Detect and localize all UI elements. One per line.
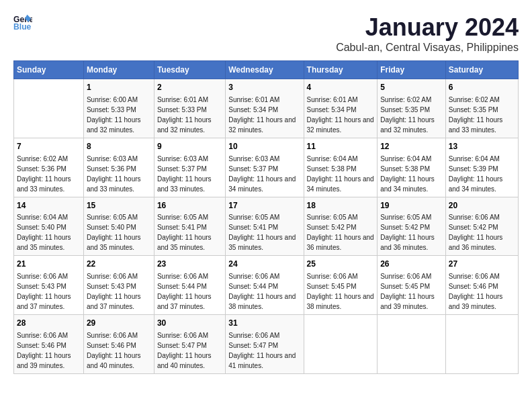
- sunset-time: Sunset: 5:42 PM: [307, 222, 375, 232]
- header-sunday: Sunday: [14, 61, 84, 79]
- day-number: 4: [307, 82, 375, 93]
- day-info: Sunrise: 6:06 AMSunset: 5:47 PMDaylight:…: [157, 330, 222, 371]
- sunset-time: Sunset: 5:36 PM: [87, 164, 151, 174]
- calendar-day-cell: 18Sunrise: 6:05 AMSunset: 5:42 PMDayligh…: [304, 197, 378, 256]
- calendar-day-cell: 28Sunrise: 6:06 AMSunset: 5:46 PMDayligh…: [14, 315, 84, 374]
- daylight-hours: Daylight: 11 hours and 32 minutes.: [228, 115, 300, 135]
- day-info: Sunrise: 6:02 AMSunset: 5:35 PMDaylight:…: [449, 95, 515, 135]
- daylight-hours: Daylight: 11 hours and 35 minutes.: [17, 232, 81, 253]
- day-number: 7: [17, 141, 81, 152]
- day-info: Sunrise: 6:03 AMSunset: 5:37 PMDaylight:…: [228, 154, 300, 194]
- sunrise-time: Sunrise: 6:06 AM: [228, 271, 300, 281]
- daylight-hours: Daylight: 11 hours and 39 minutes.: [449, 291, 515, 312]
- calendar-day-cell: 23Sunrise: 6:06 AMSunset: 5:44 PMDayligh…: [154, 256, 225, 315]
- logo: General Blue: [13, 13, 32, 32]
- calendar-day-cell: 20Sunrise: 6:06 AMSunset: 5:42 PMDayligh…: [445, 197, 518, 256]
- svg-text:Blue: Blue: [13, 22, 32, 32]
- header-tuesday: Tuesday: [154, 61, 225, 79]
- day-number: 22: [87, 259, 151, 270]
- header-thursday: Thursday: [304, 61, 378, 79]
- calendar-day-cell: 6Sunrise: 6:02 AMSunset: 5:35 PMDaylight…: [445, 79, 518, 138]
- day-info: Sunrise: 6:01 AMSunset: 5:34 PMDaylight:…: [307, 95, 375, 135]
- day-number: 25: [307, 259, 375, 270]
- sunset-time: Sunset: 5:35 PM: [449, 105, 515, 115]
- day-number: 24: [228, 259, 300, 270]
- sunrise-time: Sunrise: 6:03 AM: [157, 154, 222, 164]
- calendar-day-cell: 22Sunrise: 6:06 AMSunset: 5:43 PMDayligh…: [83, 256, 154, 315]
- calendar-day-cell: 12Sunrise: 6:04 AMSunset: 5:38 PMDayligh…: [378, 138, 446, 197]
- sunset-time: Sunset: 5:35 PM: [380, 105, 443, 115]
- day-info: Sunrise: 6:06 AMSunset: 5:46 PMDaylight:…: [17, 330, 81, 371]
- calendar-day-cell: 17Sunrise: 6:05 AMSunset: 5:41 PMDayligh…: [226, 197, 304, 256]
- calendar-day-cell: 1Sunrise: 6:00 AMSunset: 5:33 PMDaylight…: [83, 79, 154, 138]
- sunset-time: Sunset: 5:47 PM: [228, 340, 300, 351]
- day-info: Sunrise: 6:01 AMSunset: 5:33 PMDaylight:…: [157, 95, 222, 135]
- daylight-hours: Daylight: 11 hours and 38 minutes.: [307, 291, 375, 312]
- days-header-row: SundayMondayTuesdayWednesdayThursdayFrid…: [14, 61, 519, 79]
- day-number: 28: [17, 318, 81, 329]
- calendar-day-cell: 14Sunrise: 6:04 AMSunset: 5:40 PMDayligh…: [14, 197, 84, 256]
- calendar-day-cell: 7Sunrise: 6:02 AMSunset: 5:36 PMDaylight…: [14, 138, 84, 197]
- daylight-hours: Daylight: 11 hours and 32 minutes.: [87, 115, 151, 135]
- day-info: Sunrise: 6:00 AMSunset: 5:33 PMDaylight:…: [87, 95, 151, 135]
- sunset-time: Sunset: 5:43 PM: [17, 281, 81, 291]
- day-number: 23: [157, 259, 222, 270]
- calendar-day-cell: 3Sunrise: 6:01 AMSunset: 5:34 PMDaylight…: [226, 79, 304, 138]
- logo-icon: General Blue: [13, 13, 32, 32]
- day-info: Sunrise: 6:06 AMSunset: 5:44 PMDaylight:…: [157, 271, 222, 312]
- header-monday: Monday: [83, 61, 154, 79]
- sunset-time: Sunset: 5:34 PM: [228, 105, 300, 115]
- sunset-time: Sunset: 5:37 PM: [228, 164, 300, 174]
- calendar-day-cell: 13Sunrise: 6:04 AMSunset: 5:39 PMDayligh…: [445, 138, 518, 197]
- calendar-week-row: 14Sunrise: 6:04 AMSunset: 5:40 PMDayligh…: [14, 197, 519, 256]
- calendar-day-cell: [14, 79, 84, 138]
- sunrise-time: Sunrise: 6:03 AM: [87, 154, 151, 164]
- sunrise-time: Sunrise: 6:04 AM: [380, 154, 443, 164]
- daylight-hours: Daylight: 11 hours and 36 minutes.: [449, 232, 515, 253]
- daylight-hours: Daylight: 11 hours and 36 minutes.: [307, 232, 375, 253]
- day-info: Sunrise: 6:02 AMSunset: 5:35 PMDaylight:…: [380, 95, 443, 135]
- sunrise-time: Sunrise: 6:06 AM: [157, 330, 222, 340]
- sunrise-time: Sunrise: 6:01 AM: [228, 95, 300, 105]
- sunrise-time: Sunrise: 6:02 AM: [380, 95, 443, 105]
- day-number: 20: [449, 200, 515, 212]
- sunset-time: Sunset: 5:46 PM: [17, 340, 81, 351]
- calendar-day-cell: 11Sunrise: 6:04 AMSunset: 5:38 PMDayligh…: [304, 138, 378, 197]
- daylight-hours: Daylight: 11 hours and 38 minutes.: [228, 291, 300, 312]
- sunrise-time: Sunrise: 6:05 AM: [307, 212, 375, 222]
- calendar-day-cell: 8Sunrise: 6:03 AMSunset: 5:36 PMDaylight…: [83, 138, 154, 197]
- title-area: January 2024 Cabul-an, Central Visayas, …: [336, 13, 519, 54]
- day-number: 15: [87, 200, 151, 212]
- sunrise-time: Sunrise: 6:00 AM: [87, 95, 151, 105]
- daylight-hours: Daylight: 11 hours and 34 minutes.: [307, 174, 375, 194]
- sunset-time: Sunset: 5:41 PM: [228, 222, 300, 232]
- daylight-hours: Daylight: 11 hours and 39 minutes.: [17, 351, 81, 371]
- sunrise-time: Sunrise: 6:06 AM: [449, 212, 515, 222]
- day-info: Sunrise: 6:05 AMSunset: 5:42 PMDaylight:…: [307, 212, 375, 253]
- calendar-day-cell: [378, 315, 446, 374]
- day-info: Sunrise: 6:05 AMSunset: 5:41 PMDaylight:…: [228, 212, 300, 253]
- sunrise-time: Sunrise: 6:01 AM: [157, 95, 222, 105]
- day-number: 1: [87, 82, 151, 93]
- day-info: Sunrise: 6:06 AMSunset: 5:43 PMDaylight:…: [87, 271, 151, 312]
- day-info: Sunrise: 6:06 AMSunset: 5:45 PMDaylight:…: [380, 271, 443, 312]
- day-number: 26: [380, 259, 443, 270]
- calendar-day-cell: 26Sunrise: 6:06 AMSunset: 5:45 PMDayligh…: [378, 256, 446, 315]
- page-title: January 2024: [336, 13, 519, 42]
- sunrise-time: Sunrise: 6:02 AM: [17, 154, 81, 164]
- calendar-day-cell: 19Sunrise: 6:05 AMSunset: 5:42 PMDayligh…: [378, 197, 446, 256]
- day-number: 13: [449, 141, 515, 152]
- daylight-hours: Daylight: 11 hours and 37 minutes.: [87, 291, 151, 312]
- daylight-hours: Daylight: 11 hours and 33 minutes.: [87, 174, 151, 194]
- daylight-hours: Daylight: 11 hours and 33 minutes.: [17, 174, 81, 194]
- day-info: Sunrise: 6:06 AMSunset: 5:45 PMDaylight:…: [307, 271, 375, 312]
- day-info: Sunrise: 6:05 AMSunset: 5:41 PMDaylight:…: [157, 212, 222, 253]
- sunset-time: Sunset: 5:47 PM: [157, 340, 222, 351]
- day-info: Sunrise: 6:06 AMSunset: 5:46 PMDaylight:…: [87, 330, 151, 371]
- day-number: 30: [157, 318, 222, 329]
- daylight-hours: Daylight: 11 hours and 35 minutes.: [157, 232, 222, 253]
- calendar-day-cell: 27Sunrise: 6:06 AMSunset: 5:46 PMDayligh…: [445, 256, 518, 315]
- day-number: 3: [228, 82, 300, 93]
- day-info: Sunrise: 6:01 AMSunset: 5:34 PMDaylight:…: [228, 95, 300, 135]
- sunset-time: Sunset: 5:44 PM: [157, 281, 222, 291]
